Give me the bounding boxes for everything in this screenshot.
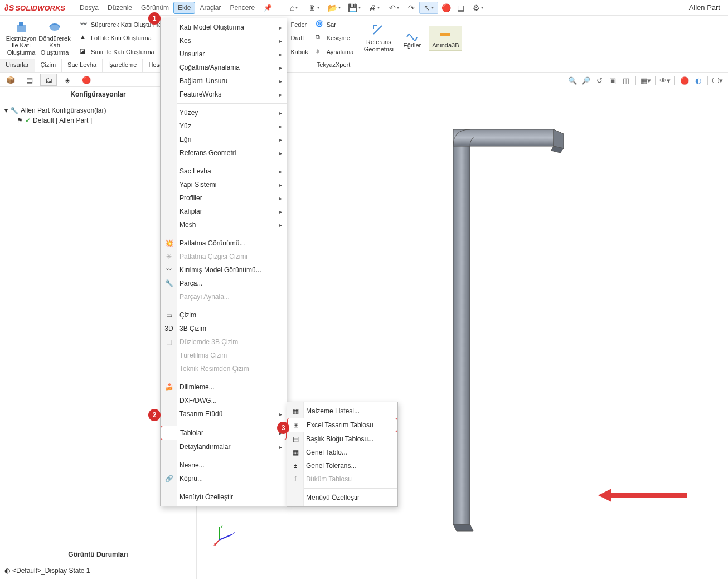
tab-cizim[interactable]: Çizim <box>35 59 62 72</box>
ekle-item-30[interactable]: 🍰Dilimleme... <box>161 380 287 394</box>
ekle-item-14[interactable]: Profiller▸ <box>161 191 287 205</box>
section-view-icon[interactable]: ▣ <box>606 75 619 86</box>
appearance-tab-icon[interactable]: 🔴 <box>78 74 95 86</box>
select-button[interactable]: ↖ <box>419 2 438 14</box>
ekle-item-32[interactable]: Tasarım Etüdü▸ <box>161 407 287 421</box>
feature-tree-tab-icon[interactable]: 📦 <box>2 74 19 86</box>
annotation-marker-1: 1 <box>148 12 161 25</box>
ekle-item-13[interactable]: Yapı Sistemi▸ <box>161 178 287 191</box>
revolve-boss-button[interactable]: Döndürerek Katı Oluşturma <box>38 20 71 56</box>
instant3d-button[interactable]: Anında3B <box>429 26 462 50</box>
ekle-item-24[interactable]: ▭Çizim <box>161 308 287 322</box>
chevron-right-icon: ▸ <box>279 444 282 450</box>
excel-icon: ⊞ <box>291 420 301 430</box>
home-button[interactable]: ⌂ <box>284 2 303 14</box>
mirror-button[interactable]: ⎅Aynalama <box>316 47 354 57</box>
boundary-boss-button[interactable]: ◪Sınır ile Katı Oluşturma <box>80 47 162 57</box>
tablolar-item-4[interactable]: ±Genel Tolerans... <box>287 459 397 472</box>
ekle-item-label: Bağlantı Unsuru <box>179 77 227 85</box>
ekle-item-34[interactable]: Tablolar▸ <box>161 426 287 440</box>
ekle-item-21[interactable]: 🔧Parça... <box>161 277 287 290</box>
ekle-item-label: Çoğaltma/Aynalama <box>179 64 240 71</box>
zoom-fit-icon[interactable]: 🔍 <box>566 75 579 86</box>
ekle-item-37[interactable]: Nesne... <box>161 459 287 472</box>
tab-saclevha[interactable]: Sac Levha <box>62 59 103 72</box>
chevron-right-icon: ▸ <box>279 91 282 98</box>
hud-sep3 <box>674 76 675 85</box>
view-orient-icon[interactable]: ◫ <box>620 75 632 86</box>
settings-button[interactable]: ⚙ <box>468 2 487 14</box>
loft-boss-button[interactable]: ▲Loft ile Katı Oluşturma <box>80 33 162 43</box>
ribbon: Ekstrüzyon İle Katı Oluşturma Döndürerek… <box>0 16 728 59</box>
tab-tekyazxpert[interactable]: TekyazXpert <box>311 59 357 72</box>
ekle-item-4[interactable]: Bağlantı Unsuru▸ <box>161 74 287 88</box>
view-settings-icon[interactable]: 🖵▾ <box>711 75 724 86</box>
ekle-item-15[interactable]: Kalıplar▸ <box>161 205 287 218</box>
ekle-item-3[interactable]: Çoğaltma/Aynalama▸ <box>161 61 287 74</box>
scene-icon[interactable]: ◐ <box>692 75 704 86</box>
tab-isaretleme[interactable]: İşaretleme <box>103 59 143 72</box>
tablolar-item-label: Büküm Tablosu <box>306 475 352 483</box>
ekle-item-16[interactable]: Mesh▸ <box>161 218 287 231</box>
tablolar-item-2[interactable]: ▤Başlık Bloğu Tablosu... <box>287 432 397 446</box>
intersect-button[interactable]: ⧉Kesişme <box>316 33 354 43</box>
curves-button[interactable]: Eğriler <box>395 26 429 50</box>
tab-unsurlar[interactable]: Unsurlar <box>0 59 35 72</box>
menu-araclar[interactable]: Araçlar <box>195 2 225 14</box>
ekle-item-label: Mesh <box>179 221 196 229</box>
property-tab-icon[interactable]: ▤ <box>21 74 38 86</box>
ekle-item-18[interactable]: 💥Patlatma Görünümü... <box>161 237 287 250</box>
ekle-item-label: Referans Geometri <box>179 149 236 157</box>
hide-show-icon[interactable]: 👁▾ <box>659 75 671 86</box>
save-button[interactable]: 💾 <box>344 2 363 14</box>
display-style-icon[interactable]: ▦▾ <box>639 75 652 86</box>
ekle-item-35[interactable]: Detaylandırmalar▸ <box>161 440 287 453</box>
menu-ekle[interactable]: Ekle <box>173 2 195 14</box>
print-button[interactable]: 🖨 <box>365 2 384 14</box>
app-logo: ∂SSOLIDWORKS <box>4 3 65 12</box>
menu-dosya[interactable]: Dosya <box>75 2 103 14</box>
tablolar-item-3[interactable]: ▦Genel Tablo... <box>287 446 397 459</box>
ekle-item-5[interactable]: FeatureWorks▸ <box>161 88 287 101</box>
wrap-button[interactable]: 🌀Sar <box>316 20 354 30</box>
ekle-item-2[interactable]: Unsurlar▸ <box>161 47 287 61</box>
loft-boss-label: Loft ile Katı Oluşturma <box>91 35 152 41</box>
menu-pin-icon[interactable]: 📌 <box>259 2 276 14</box>
ekle-item-8[interactable]: Yüz▸ <box>161 119 287 133</box>
ekle-item-label: Patlatma Çizgisi Çizimi <box>179 253 247 260</box>
ref-geometry-button[interactable]: Referans Geometrisi <box>362 23 395 53</box>
redo-button[interactable]: ↷ <box>405 2 418 14</box>
ekle-item-10[interactable]: Referans Geometri▸ <box>161 146 287 160</box>
ekle-item-25[interactable]: 3D3B Çizim <box>161 322 287 335</box>
display-state-row[interactable]: ◐ <Default>_Display State 1 <box>4 566 192 576</box>
svg-marker-12 <box>453 524 473 531</box>
ekle-item-1[interactable]: Kes▸ <box>161 34 287 47</box>
ekle-item-31[interactable]: DXF/DWG... <box>161 394 287 407</box>
appearance-icon[interactable]: 🔴 <box>678 75 691 86</box>
undo-button[interactable]: ↶ <box>385 2 404 14</box>
ekle-item-38[interactable]: 🔗Köprü... <box>161 472 287 485</box>
ekle-item-12[interactable]: Sac Levha▸ <box>161 165 287 178</box>
new-button[interactable]: 🗎 <box>304 2 323 14</box>
rebuild-button[interactable]: 🔴 <box>439 2 453 14</box>
ekle-item-20[interactable]: 〰Kırılmış Model Görünümü... <box>161 263 287 277</box>
ekle-item-0[interactable]: Katı Model Oluşturma▸ <box>161 21 287 34</box>
zoom-area-icon[interactable]: 🔎 <box>580 75 592 86</box>
prev-view-icon[interactable]: ↺ <box>593 75 605 86</box>
ribbon-group-right: Referans Geometrisi Eğriler Anında3B <box>357 18 467 59</box>
tablolar-item-0[interactable]: ▦Malzeme Listesi... <box>287 404 397 418</box>
link-icon: 🔗 <box>164 474 174 484</box>
open-button[interactable]: 📂 <box>324 2 343 14</box>
dimxpert-tab-icon[interactable]: ◈ <box>59 74 76 86</box>
extrude-boss-button[interactable]: Ekstrüzyon İle Katı Oluşturma <box>4 20 38 56</box>
tablolar-item-1[interactable]: ⊞Excel Tasarım Tablosu <box>287 418 397 432</box>
ekle-item-40[interactable]: Menüyü Özelleştir <box>161 490 287 504</box>
menu-pencere[interactable]: Pencere <box>225 2 259 14</box>
tablolar-item-7[interactable]: Menüyü Özelleştir <box>287 491 397 504</box>
menu-duzenle[interactable]: Düzenle <box>103 2 137 14</box>
ekle-item-9[interactable]: Eğri▸ <box>161 133 287 146</box>
options-button[interactable]: ▤ <box>454 2 467 14</box>
minus-icon: ▾ <box>4 107 8 114</box>
ekle-item-7[interactable]: Yüzey▸ <box>161 106 287 119</box>
config-tab-icon[interactable]: 🗂 <box>40 74 57 86</box>
